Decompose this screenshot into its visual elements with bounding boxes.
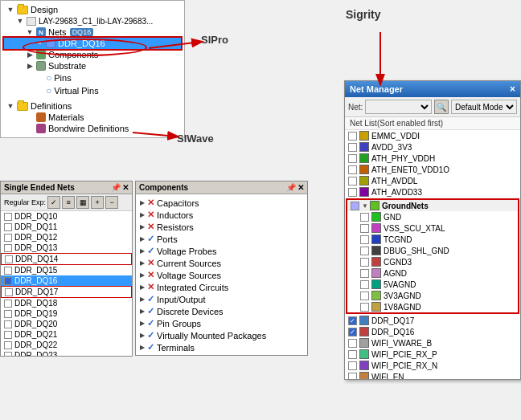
net-checkbox[interactable]	[4, 234, 12, 242]
nm-checkbox[interactable]	[348, 350, 357, 359]
nm-row[interactable]: CGND3	[347, 256, 518, 267]
comp-row[interactable]: ▶ ✕ Inductors	[138, 209, 305, 221]
net-row[interactable]: DDR_DQ23	[1, 350, 132, 356]
net-checkbox[interactable]	[5, 288, 13, 296]
nm-row[interactable]: WIFI_EN	[345, 371, 520, 379]
nm-row[interactable]: VSS_SCU_XTAL	[347, 222, 518, 234]
nm-checkbox[interactable]	[348, 154, 357, 163]
comp-row[interactable]: ▶ ✕ Voltage Sources	[138, 269, 305, 281]
bondwire-item[interactable]: Bondwire Definitions	[4, 123, 181, 134]
nm-checkbox[interactable]	[348, 143, 357, 152]
minus-btn[interactable]: −	[105, 196, 118, 209]
net-row[interactable]: DDR_DQ10	[1, 211, 132, 222]
nm-checkbox[interactable]	[360, 303, 369, 312]
substrate-folder[interactable]: ▶ Substrate	[4, 60, 181, 71]
net-checkbox[interactable]	[4, 352, 12, 357]
nm-row[interactable]: WIFI_PCIE_RX_P	[345, 349, 520, 360]
nm-row[interactable]: WIFI_PCIE_RX_N	[345, 360, 520, 371]
nm-row[interactable]: WIFI_VWARE_B	[345, 337, 520, 349]
definitions-folder[interactable]: ▼ Definitions	[4, 100, 181, 112]
comp-row[interactable]: ▶ ✓ Terminals	[138, 341, 305, 353]
nm-checkbox[interactable]	[360, 292, 369, 300]
comp-row[interactable]: ▶ ✓ Voltage Probes	[138, 245, 305, 257]
nm-row[interactable]: AGND	[347, 267, 518, 279]
nm-row[interactable]: 5VAGND	[347, 279, 518, 290]
nm-checkbox[interactable]	[360, 258, 369, 267]
nm-mode-select[interactable]: Default Mode	[451, 100, 517, 114]
net-row[interactable]: DDR_DQ19	[1, 308, 132, 319]
design-file[interactable]: ▼ LAY-29683_C1_lib-LAY-29683...	[4, 15, 181, 27]
comp-row[interactable]: ▶ ✓ Discrete Devices	[138, 305, 305, 317]
nm-checkbox[interactable]	[348, 188, 357, 197]
net-checkbox[interactable]	[5, 255, 13, 263]
nm-checkbox[interactable]	[348, 373, 357, 380]
net-checkbox[interactable]	[4, 267, 12, 275]
pins-item[interactable]: ○ Pins	[4, 71, 181, 84]
comp-row[interactable]: ▶ ✓ Input/Output	[138, 293, 305, 305]
nm-checkbox[interactable]	[351, 202, 359, 210]
nm-checkbox[interactable]	[360, 235, 369, 244]
components-folder[interactable]: ▶ Components	[4, 49, 181, 60]
nm-checkbox[interactable]	[348, 165, 357, 174]
net-checkbox[interactable]	[4, 300, 12, 308]
add-btn[interactable]: +	[91, 196, 104, 209]
comp-row[interactable]: ▶ ✓ Ports	[138, 233, 305, 245]
sort-btn[interactable]: ≡	[62, 196, 75, 209]
nm-row[interactable]: AVDD_3V3	[345, 141, 520, 153]
virtual-pins-item[interactable]: ○ Virtual Pins	[4, 84, 181, 97]
net-row[interactable]: DDR_DQ22	[1, 340, 132, 350]
nm-row[interactable]: TCGND	[347, 234, 518, 245]
nm-checkbox[interactable]	[348, 339, 357, 348]
net-row[interactable]: DDR_DQ20	[1, 319, 132, 329]
nm-row[interactable]: ATH_ENET0_VDD1O	[345, 164, 520, 175]
net-row-dq16[interactable]: DDR_DQ16	[1, 275, 132, 286]
net-row[interactable]: DDR_DQ13	[1, 243, 132, 253]
nm-group-header[interactable]: ▼ GroundNets	[347, 200, 518, 211]
nm-net-select[interactable]	[365, 100, 432, 114]
net-checkbox[interactable]	[4, 277, 12, 285]
comp-row[interactable]: ▶ ✕ Resistors	[138, 221, 305, 233]
net-checkbox[interactable]	[4, 223, 12, 231]
check-btn[interactable]: ✓	[47, 196, 60, 209]
nm-row[interactable]: EMMC_VDDI	[345, 130, 520, 141]
ddr-dq16-item[interactable]: ~ DDR_DQ16	[4, 38, 181, 49]
nets-folder[interactable]: ▼ N Nets DQ16	[4, 27, 181, 38]
close-btn[interactable]: ✕	[297, 183, 304, 192]
nm-row[interactable]: GND	[347, 211, 518, 222]
nm-checkbox[interactable]: ✓	[348, 328, 357, 336]
nm-checkbox[interactable]	[360, 213, 369, 222]
net-row[interactable]: DDR_DQ21	[1, 329, 132, 340]
nm-checkbox[interactable]	[360, 247, 369, 255]
net-checkbox[interactable]	[4, 331, 12, 339]
nm-row[interactable]: ✓ DDR_DQ17	[345, 315, 520, 326]
filter-btn[interactable]: ▦	[76, 196, 89, 209]
nm-checkbox[interactable]	[360, 280, 369, 289]
nm-row[interactable]: ATH_PHY_VDDH	[345, 153, 520, 164]
nm-row[interactable]: ATH_AVDD33	[345, 186, 520, 198]
nm-checkbox[interactable]	[348, 177, 357, 186]
net-checkbox[interactable]	[4, 320, 12, 328]
net-row[interactable]: DDR_DQ14	[1, 253, 132, 265]
nm-checkbox[interactable]	[360, 224, 369, 233]
nm-checkbox[interactable]	[348, 132, 357, 141]
net-checkbox[interactable]	[4, 341, 12, 349]
comp-row[interactable]: ▶ ✕ Current Sources	[138, 257, 305, 269]
net-checkbox[interactable]	[4, 310, 12, 318]
pin-btn[interactable]: 📌	[111, 183, 121, 192]
nm-row[interactable]: 3V3AGND	[347, 290, 518, 301]
materials-item[interactable]: Materials	[4, 112, 181, 123]
nm-row[interactable]: DBUG_SHL_GND	[347, 245, 518, 256]
net-row[interactable]: DDR_DQ12	[1, 232, 132, 243]
comp-row[interactable]: ▶ ✓ CPMs and PLOCs	[138, 353, 305, 355]
nm-row[interactable]: ✓ DDR_DQ16	[345, 326, 520, 337]
nm-search-btn[interactable]: 🔍	[434, 100, 449, 114]
nm-close-btn[interactable]: ×	[510, 84, 515, 95]
net-row[interactable]: DDR_DQ17	[1, 286, 132, 298]
nm-checkbox[interactable]: ✓	[348, 316, 357, 325]
nm-checkbox[interactable]	[360, 269, 369, 278]
close-btn[interactable]: ✕	[122, 183, 129, 192]
nm-row[interactable]: ATH_AVDDL	[345, 175, 520, 186]
net-row[interactable]: DDR_DQ18	[1, 298, 132, 308]
nm-checkbox[interactable]	[348, 361, 357, 370]
comp-row[interactable]: ▶ ✓ Pin Groups	[138, 317, 305, 329]
